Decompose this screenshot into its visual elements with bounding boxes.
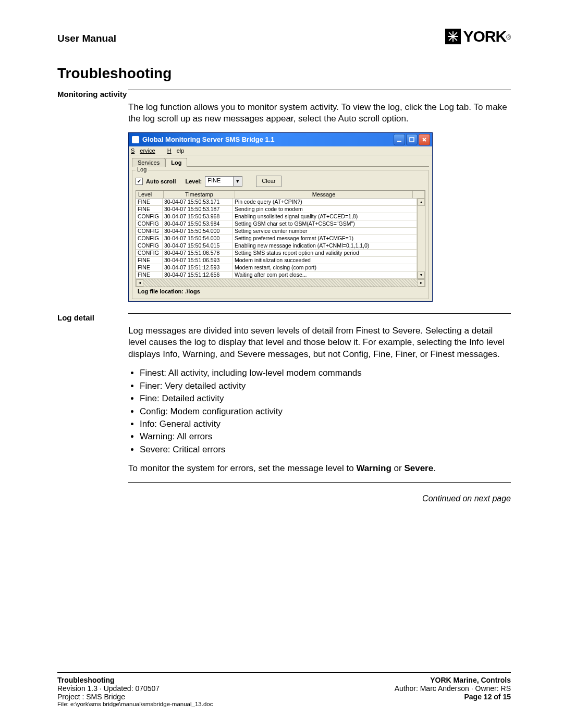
window-title: Global Monitoring Server SMS Bridge 1.1 [142,135,394,143]
cell-level: CONFIG [136,235,163,242]
app-window: Global Monitoring Server SMS Bridge 1.1 … [128,132,433,302]
cell-level: CONFIG [136,220,163,227]
scroll-down-icon[interactable]: ▾ [418,272,425,279]
page-title: Troubleshooting [57,65,511,82]
cell-message: Enabling unsolisited signal quality (AT+… [233,213,417,220]
footer-page: Page 12 of 15 [464,693,511,701]
svg-rect-4 [397,141,401,142]
col-header-timestamp[interactable]: Timestamp [164,191,235,198]
footer-project: Project : SMS Bridge [57,693,125,701]
cell-message: Modem restart, closing (com port) [233,264,417,271]
list-item: Warning: All errors [140,431,511,442]
cell-level: CONFIG [136,228,163,235]
cell-level: CONFIG [136,242,163,249]
titlebar: Global Monitoring Server SMS Bridge 1.1 [129,133,432,146]
cell-message: Waiting after com port close... [233,272,417,278]
menu-help[interactable]: Help [167,147,185,154]
cell-message: Setting preferred message format (AT+CMG… [233,235,417,242]
col-header-message[interactable]: Message [235,191,413,198]
section-rule [128,482,511,483]
minimize-button[interactable] [394,134,405,145]
chevron-down-icon[interactable]: ▾ [233,177,242,186]
log-detail-p1: Log messages are divided into seven leve… [128,325,511,360]
cell-timestamp: 30-04-07 15:50:54.015 [163,242,233,249]
table-row[interactable]: CONFIG30-04-07 15:50:53.968Enabling unso… [136,213,417,220]
tab-log[interactable]: Log [165,158,187,167]
list-item: Config: Modem configuration activity [140,406,511,417]
section-rule [128,90,511,90]
menubar: Service Help [129,146,432,155]
maximize-button[interactable] [406,134,418,145]
table-row[interactable]: CONFIG30-04-07 15:50:54.000Setting prefe… [136,235,417,242]
table-row[interactable]: FINE30-04-07 15:51:12.656Waiting after c… [136,272,417,279]
cell-timestamp: 30-04-07 15:50:54.000 [163,228,233,235]
level-select[interactable]: FINE ▾ [205,176,242,187]
cell-level: FINE [136,206,163,213]
cell-timestamp: 30-04-07 15:50:53.984 [163,220,233,227]
log-table: Level Timestamp Message FINE30-04-07 15:… [136,190,425,287]
table-row[interactable]: FINE30-04-07 15:50:53.187Sending pin cod… [136,206,417,213]
clear-button[interactable]: Clear [256,176,281,187]
level-label: Level: [185,178,202,184]
menu-service[interactable]: Service [131,147,161,154]
log-file-location: Log file location: .\logs [136,287,425,295]
close-button[interactable] [419,134,430,145]
horizontal-scrollbar[interactable]: ◂ ▸ [136,279,425,287]
cell-message: Setting SMS status report option and val… [233,250,417,256]
section-label-monitoring: Monitoring activity [57,90,128,100]
autoscroll-checkbox[interactable]: ✔ [136,178,143,185]
cell-timestamp: 30-04-07 15:51:06.578 [163,250,233,256]
scroll-right-icon[interactable]: ▸ [418,279,425,287]
monitoring-text: The log function allows you to monitor s… [128,102,511,125]
table-row[interactable]: FINE30-04-07 15:50:53.171Pin code query … [136,199,417,206]
list-item: Fine: Detailed activity [140,393,511,404]
cell-level: CONFIG [136,213,163,220]
list-item: Finest: All activity, including low-leve… [140,367,511,379]
cell-timestamp: 30-04-07 15:50:53.968 [163,213,233,220]
user-manual-label: User Manual [57,33,116,44]
cell-message: Setting GSM char set to GSM(AT+CSCS="GSM… [233,220,417,227]
brand-logo: YORK® [445,29,511,44]
cell-level: FINE [136,272,163,278]
snowflake-icon [445,29,461,44]
scroll-up-icon[interactable]: ▴ [418,199,425,206]
brand-text: YORK [463,29,506,44]
svg-rect-5 [410,138,414,142]
cell-timestamp: 30-04-07 15:51:12.656 [163,272,233,278]
footer-author: Author: Marc Anderson · Owner: RS [395,684,511,693]
col-header-level[interactable]: Level [136,191,164,198]
table-row[interactable]: FINE30-04-07 15:51:12.593Modem restart, … [136,264,417,272]
autoscroll-label: Auto scroll [146,178,176,184]
cell-timestamp: 30-04-07 15:50:53.187 [163,206,233,213]
table-row[interactable]: CONFIG30-04-07 15:51:06.578Setting SMS s… [136,250,417,257]
cell-level: FINE [136,264,163,271]
continued-note: Continued on next page [128,494,511,503]
page-footer: Troubleshooting YORK Marine, Controls Re… [57,672,511,707]
vertical-scrollbar[interactable]: ▴ ▾ [417,199,425,279]
section-label-log-detail: Log detail [57,313,128,323]
cell-timestamp: 30-04-07 15:50:53.171 [163,199,233,205]
cell-timestamp: 30-04-07 15:51:12.593 [163,264,233,271]
footer-revision: Revision 1.3 · Updated: 070507 [57,684,160,693]
table-row[interactable]: FINE30-04-07 15:51:06.593Modem initializ… [136,257,417,264]
levels-list: Finest: All activity, including low-leve… [128,367,511,455]
footer-file: File: e:\york\sms bridge\manual\smsbridg… [57,701,213,707]
group-label: Log [136,166,148,172]
cell-level: FINE [136,199,163,205]
scroll-left-icon[interactable]: ◂ [136,279,143,287]
cell-message: Sending pin code to modem [233,206,417,213]
cell-message: Modem initialization succeeded [233,257,417,264]
cell-level: FINE [136,257,163,264]
footer-section-title: Troubleshooting [57,676,115,684]
cell-timestamp: 30-04-07 15:51:06.593 [163,257,233,264]
table-row[interactable]: CONFIG30-04-07 15:50:53.984Setting GSM c… [136,220,417,228]
table-row[interactable]: CONFIG30-04-07 15:50:54.015Enabling new … [136,242,417,250]
level-value: FINE [205,177,233,186]
table-row[interactable]: CONFIG30-04-07 15:50:54.000Setting servi… [136,228,417,235]
tab-services[interactable]: Services [132,158,165,167]
footer-company: YORK Marine, Controls [430,676,511,684]
list-item: Finer: Very detailed activity [140,380,511,392]
cell-message: Enabling new message indication (AT+CNMI… [233,242,417,249]
cell-timestamp: 30-04-07 15:50:54.000 [163,235,233,242]
log-detail-p2: To monitor the system for errors, set th… [128,463,511,474]
